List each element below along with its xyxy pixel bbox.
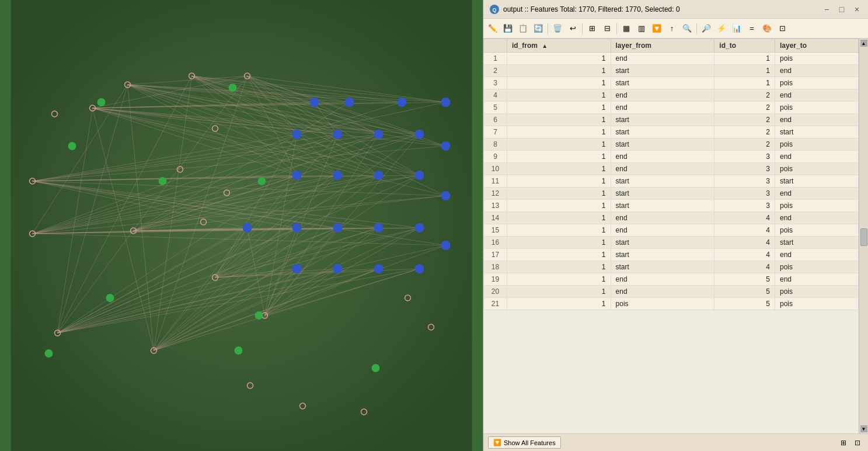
cell-row-num: 15 (484, 224, 507, 237)
table-row[interactable]: 101end3pois (484, 163, 859, 175)
cell-layer-to: pois (775, 298, 858, 310)
table-row[interactable]: 81start2pois (484, 138, 859, 151)
table-row[interactable]: 121start3end (484, 188, 859, 200)
col-header-id-to[interactable]: id_to (714, 39, 775, 53)
svg-point-217 (258, 177, 266, 185)
dock-button[interactable]: ⊡ (775, 22, 789, 36)
vertical-scrollbar[interactable]: ▲ ▼ (859, 39, 868, 433)
flash-features-button[interactable]: ⚡ (714, 22, 728, 36)
svg-point-194 (333, 130, 343, 139)
table-row[interactable]: 51end2pois (484, 102, 859, 114)
col-header-layer-to[interactable]: layer_to (775, 39, 858, 53)
cell-id-from: 1 (507, 175, 611, 188)
cell-row-num: 1 (484, 53, 507, 65)
pan-map-button[interactable]: 🔍 (680, 22, 694, 36)
table-row[interactable]: 181start4pois (484, 261, 859, 273)
title-bar: Q output :: Features Total: 1770, Filter… (483, 0, 868, 19)
table-header-row: id_from ▲ layer_from id_to layer_to (484, 39, 859, 53)
cell-layer-from: start (611, 138, 714, 151)
cell-id-from: 1 (507, 298, 611, 310)
cell-id-to: 1 (714, 65, 775, 77)
cell-id-from: 1 (507, 126, 611, 138)
move-selected-button[interactable]: ↑ (665, 22, 679, 36)
scroll-up-button[interactable]: ▲ (860, 40, 867, 47)
cell-row-num: 13 (484, 200, 507, 212)
undo-button[interactable]: ↩ (566, 22, 580, 36)
cell-layer-from: start (611, 249, 714, 261)
cell-id-to: 4 (714, 237, 775, 249)
cell-id-to: 3 (714, 188, 775, 200)
draw-source-button[interactable]: 📋 (516, 22, 530, 36)
cell-id-to: 2 (714, 126, 775, 138)
table-row[interactable]: 21start1end (484, 65, 859, 77)
separator-1 (548, 23, 548, 34)
cell-id-to: 2 (714, 102, 775, 114)
delete-field-button[interactable]: ⊟ (600, 22, 614, 36)
new-field-button[interactable]: ⊞ (585, 22, 599, 36)
cell-row-num: 20 (484, 286, 507, 298)
cell-layer-to: pois (775, 138, 858, 151)
table-row[interactable]: 11end1pois (484, 53, 859, 65)
cell-layer-to: pois (775, 224, 858, 237)
table-row[interactable]: 131start3pois (484, 200, 859, 212)
scroll-down-button[interactable]: ▼ (860, 425, 867, 432)
cell-layer-to: end (775, 65, 858, 77)
zoom-map-button[interactable]: 🔎 (699, 22, 713, 36)
table-row[interactable]: 171start4end (484, 249, 859, 261)
svg-point-208 (441, 241, 451, 250)
cell-id-from: 1 (507, 249, 611, 261)
svg-point-198 (292, 171, 302, 180)
cell-layer-from: start (611, 261, 714, 273)
show-all-features-button[interactable]: 🔽 Show All Features (488, 436, 561, 449)
table-row[interactable]: 151end4pois (484, 224, 859, 237)
delete-selected-button[interactable]: 🗑️ (550, 22, 564, 36)
table-row[interactable]: 161start4start (484, 237, 859, 249)
minimize-button[interactable]: − (821, 4, 832, 15)
svg-point-216 (159, 177, 167, 185)
select-all-button[interactable]: ▦ (619, 22, 633, 36)
maximize-button[interactable]: □ (836, 4, 847, 15)
dock-panel-button[interactable]: ⊡ (852, 437, 863, 449)
table-row[interactable]: 61start2end (484, 114, 859, 126)
col-header-id-from[interactable]: id_from ▲ (507, 39, 611, 53)
svg-point-202 (441, 191, 451, 200)
statistics-button[interactable]: 📊 (730, 22, 744, 36)
cell-id-to: 5 (714, 286, 775, 298)
cell-layer-from: start (611, 114, 714, 126)
save-edits-button[interactable]: 💾 (501, 22, 515, 36)
col-header-rownum[interactable] (484, 39, 507, 53)
svg-point-189 (310, 98, 319, 107)
cell-layer-to: pois (775, 102, 858, 114)
scroll-thumb[interactable] (860, 228, 867, 246)
field-calculator-button[interactable]: = (745, 22, 759, 36)
filter-select-button[interactable]: 🔽 (650, 22, 664, 36)
table-row[interactable]: 141end4end (484, 212, 859, 224)
deselect-all-button[interactable]: ▥ (635, 22, 649, 36)
table-row[interactable]: 191end5end (484, 273, 859, 286)
table-row[interactable]: 31start1pois (484, 77, 859, 89)
table-row[interactable]: 211pois5pois (484, 298, 859, 310)
table-row[interactable]: 41end2end (484, 89, 859, 102)
close-button[interactable]: × (852, 4, 862, 15)
svg-point-218 (106, 294, 114, 302)
col-header-layer-from[interactable]: layer_from (611, 39, 714, 53)
edit-pencil-button[interactable]: ✏️ (486, 22, 500, 36)
table-row[interactable]: 91end3end (484, 151, 859, 163)
reload-button[interactable]: 🔄 (531, 22, 545, 36)
title-bar-controls[interactable]: − □ × (821, 4, 862, 15)
table-row[interactable]: 201end5pois (484, 286, 859, 298)
cell-layer-to: start (775, 126, 858, 138)
cell-id-to: 4 (714, 224, 775, 237)
table-scroll-area[interactable]: id_from ▲ layer_from id_to layer_to 11en… (483, 39, 859, 433)
expand-button[interactable]: ⊞ (838, 437, 849, 449)
table-row[interactable]: 71start2start (484, 126, 859, 138)
table-row[interactable]: 111start3start (484, 175, 859, 188)
cell-layer-to: end (775, 249, 858, 261)
cell-layer-from: start (611, 200, 714, 212)
conditional-format-button[interactable]: 🎨 (760, 22, 774, 36)
cell-row-num: 9 (484, 151, 507, 163)
cell-row-num: 19 (484, 273, 507, 286)
svg-point-220 (372, 364, 380, 372)
cell-id-from: 1 (507, 114, 611, 126)
svg-point-190 (345, 98, 354, 107)
